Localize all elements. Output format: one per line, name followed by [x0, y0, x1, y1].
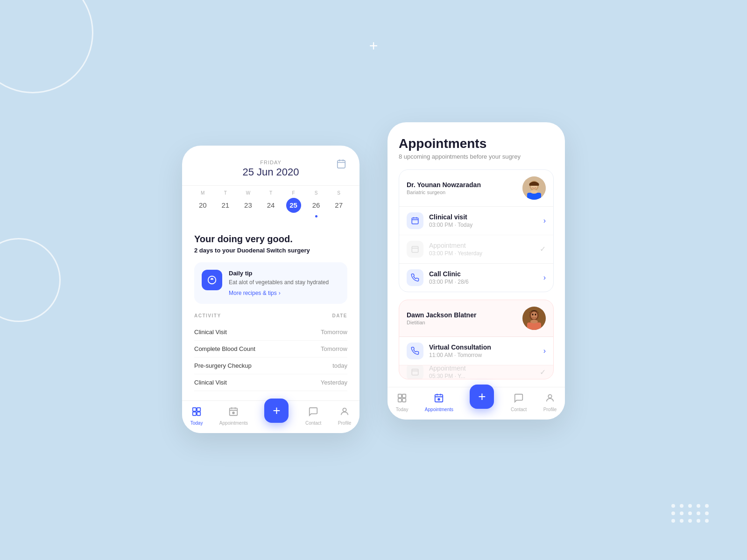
doctor-avatar-2 [522, 307, 546, 330]
svg-rect-10 [197, 412, 200, 415]
table-row: Pre-surgery Checkup today [194, 357, 347, 374]
bg-dots-decoration [671, 504, 710, 523]
nav-today-right[interactable]: Today [396, 393, 409, 412]
appt-item-1[interactable]: Clinical visit 03:00 PM · Today › [399, 206, 553, 235]
nav-contact-left[interactable]: Contact [305, 406, 321, 426]
svg-rect-28 [412, 246, 418, 252]
doctor-info-2: Dawn Jackson Blatner Dietitian [407, 311, 476, 325]
doctor-header-1: Dr. Younan Nowzaradan Bariatric surgeon [399, 170, 553, 206]
tip-icon [202, 270, 222, 290]
calendar-icon[interactable] [336, 159, 346, 172]
nav-profile-left[interactable]: Profile [338, 406, 351, 426]
svg-rect-0 [338, 160, 345, 168]
appt-item-info-1: Clinical visit 03:00 PM · Today [429, 213, 538, 228]
svg-rect-7 [193, 408, 196, 411]
svg-point-34 [535, 314, 536, 315]
nav-contact-label-right: Contact [511, 407, 527, 412]
svg-rect-8 [197, 408, 200, 411]
appt-item-info-3: Call Clinic 03:00 PM · 28/6 [429, 270, 538, 285]
week-day-wed[interactable]: W 23 [240, 190, 255, 217]
nav-appt-label-left: Appointments [219, 420, 248, 426]
phones-container: FRIDAY 25 Jun 2020 M 20 T 21 [182, 127, 565, 434]
nav-profile-label-right: Profile [543, 407, 557, 412]
chevron-icon-2: › [543, 273, 546, 282]
week-day-sat[interactable]: S 26 [309, 190, 324, 217]
svg-point-33 [532, 314, 534, 315]
bg-plus-icon: + [369, 37, 378, 55]
svg-rect-39 [398, 394, 402, 397]
nav-today-label-left: Today [190, 420, 203, 426]
doctor-name-1: Dr. Younan Nowzaradan [407, 181, 481, 189]
activity-col1: ACTIVITY [194, 313, 221, 318]
doctor-header-2: Dawn Jackson Blatner Dietitian [399, 300, 553, 336]
left-phone: FRIDAY 25 Jun 2020 M 20 T 21 [182, 146, 359, 434]
doctor-name-2: Dawn Jackson Blatner [407, 311, 476, 319]
appointments-title: Appointments [399, 136, 554, 151]
table-row: Clinical Visit Tomorrow [194, 324, 347, 341]
week-day-fri[interactable]: F 25 [286, 190, 301, 217]
svg-point-15 [233, 412, 235, 414]
bottom-nav-right: Today Appointments + [388, 387, 565, 420]
calendar-appt-icon-3 [407, 365, 423, 379]
week-day-mon[interactable]: M 20 [195, 190, 210, 217]
nav-contact-label-left: Contact [305, 420, 321, 426]
appointments-icon-left [228, 406, 239, 419]
table-row: Clinical Visit Yesterday [194, 374, 347, 391]
nav-appointments-right[interactable]: Appointments [425, 393, 453, 412]
tip-link[interactable]: More recipes & tips › [229, 290, 329, 296]
fab-button-left[interactable]: + [264, 399, 289, 423]
week-day-thu[interactable]: T 24 [263, 190, 278, 217]
appt-item-info-4: Virtual Consultation 11:00 AM · Tomorrow [429, 343, 538, 358]
doctor-specialty-2: Dietitian [407, 320, 476, 325]
home-icon-right [397, 393, 407, 406]
doctor-card-2: Dawn Jackson Blatner Dietitian [399, 300, 554, 379]
svg-rect-9 [193, 412, 196, 415]
chevron-icon-3: › [543, 347, 546, 355]
svg-rect-35 [527, 322, 541, 330]
svg-rect-24 [412, 218, 418, 224]
day-label: FRIDAY [196, 160, 345, 165]
profile-icon-left [339, 406, 350, 419]
check-icon-2: ✓ [540, 368, 546, 377]
calendar-appt-icon-2 [407, 241, 423, 258]
svg-point-23 [530, 190, 538, 194]
nav-today-left[interactable]: Today [190, 406, 203, 426]
appt-item-4[interactable]: Virtual Consultation 11:00 AM · Tomorrow… [399, 336, 553, 365]
appt-item-3[interactable]: Call Clinic 03:00 PM · 28/6 › [399, 263, 553, 292]
svg-point-16 [343, 408, 346, 412]
appt-item-2: Appointment 03:00 PM · Yesterday ✓ [399, 235, 553, 263]
nav-appointments-left[interactable]: Appointments [219, 406, 248, 426]
doctor-info-1: Dr. Younan Nowzaradan Bariatric surgeon [407, 181, 481, 195]
svg-rect-40 [402, 394, 406, 397]
left-phone-header: FRIDAY 25 Jun 2020 [182, 146, 359, 186]
week-day-sun[interactable]: S 27 [331, 190, 346, 217]
right-content: Appointments 8 upcoming appointments bef… [388, 122, 565, 379]
nav-appt-label-right: Appointments [425, 407, 453, 412]
svg-point-36 [530, 320, 538, 323]
fab-button-right[interactable]: + [470, 385, 494, 409]
date-label: 25 Jun 2020 [196, 166, 345, 178]
svg-rect-37 [412, 369, 418, 375]
svg-rect-22 [527, 193, 541, 200]
appt-item-info-2: Appointment 03:00 PM · Yesterday [429, 242, 534, 257]
tip-text: Eat alot of vegetables and stay hydrated [229, 279, 329, 287]
bg-circle-left [0, 238, 61, 322]
calendar-appt-icon-1 [407, 212, 423, 229]
week-strip: M 20 T 21 W 23 T 24 F 25 S 26 [182, 186, 359, 224]
right-phone: Appointments 8 upcoming appointments bef… [388, 122, 565, 420]
subgreeting-rest: to your Duodenal Switch surgery [215, 247, 310, 254]
nav-contact-right[interactable]: Contact [511, 393, 527, 412]
tip-content: Daily tip Eat alot of vegetables and sta… [229, 270, 329, 297]
activity-col2: DATE [332, 313, 347, 318]
nav-profile-label-left: Profile [338, 420, 351, 426]
activity-header: ACTIVITY DATE [194, 313, 347, 318]
subgreeting-text: 2 days to your Duodenal Switch surgery [194, 247, 347, 254]
week-day-tue[interactable]: T 21 [218, 190, 233, 217]
tip-title: Daily tip [229, 270, 329, 277]
contact-icon-left [308, 406, 318, 419]
bottom-nav-left: Today Appointments + [182, 400, 359, 433]
nav-profile-right[interactable]: Profile [543, 393, 557, 412]
svg-rect-42 [402, 399, 406, 402]
doctor-avatar-1 [522, 176, 546, 200]
tip-card: Daily tip Eat alot of vegetables and sta… [194, 262, 347, 304]
